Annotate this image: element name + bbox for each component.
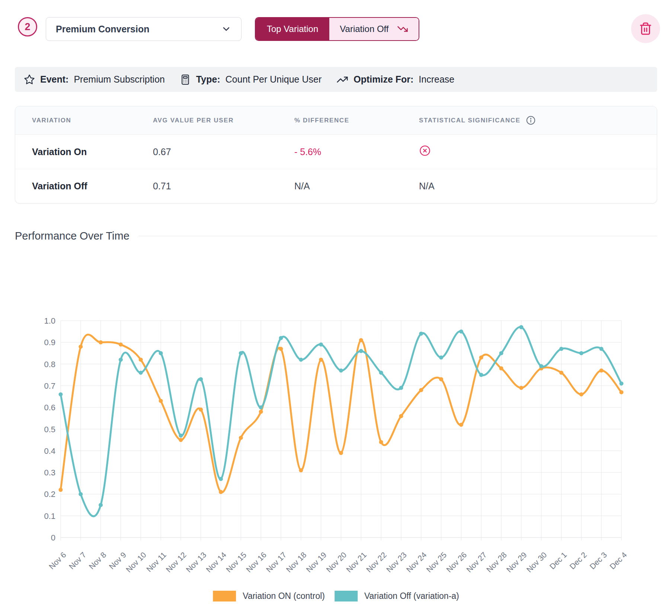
type-info: Type: Count Per Unique User: [180, 74, 321, 85]
trending-down-icon: [397, 23, 408, 35]
delete-metric-button[interactable]: [631, 14, 660, 43]
star-icon: [24, 74, 35, 85]
divider: [138, 236, 657, 236]
not-significant-icon: [419, 145, 431, 157]
optimize-value: Increase: [419, 74, 454, 85]
svg-text:1.0: 1.0: [44, 316, 55, 325]
metric-panel: 2 Premium Conversion Top Variation Varia…: [0, 0, 672, 616]
significance-cell: N/A: [419, 181, 657, 192]
svg-text:Nov 11: Nov 11: [145, 551, 168, 574]
svg-text:Nov 12: Nov 12: [164, 551, 188, 574]
svg-text:Nov 27: Nov 27: [465, 551, 488, 574]
performance-chart: 00.10.20.30.40.50.60.70.80.91.0Nov 6Nov …: [0, 275, 672, 591]
optimize-info: Optimize For: Increase: [336, 74, 454, 86]
svg-text:0.7: 0.7: [44, 381, 55, 391]
chart-legend: Variation ON (control) Variation Off (va…: [213, 591, 459, 601]
diff-value: - 5.6%: [294, 147, 419, 157]
svg-text:Nov 19: Nov 19: [304, 551, 328, 574]
event-value: Premium Subscription: [74, 74, 165, 85]
svg-text:0.9: 0.9: [44, 338, 55, 347]
svg-text:Nov 20: Nov 20: [324, 551, 348, 574]
table-row: Variation Off 0.71 N/A N/A: [15, 169, 657, 203]
col-variation: VARIATION: [32, 117, 153, 124]
svg-text:0.1: 0.1: [44, 511, 55, 521]
svg-text:Nov 14: Nov 14: [204, 550, 228, 574]
chevron-down-icon: [221, 24, 231, 34]
significance-cell: [419, 145, 657, 159]
svg-text:0.2: 0.2: [44, 490, 55, 499]
top-variation-value[interactable]: Variation Off: [329, 18, 418, 40]
legend-swatch-teal: [335, 591, 358, 601]
metric-dropdown-value: Premium Conversion: [56, 24, 149, 35]
svg-text:Nov 29: Nov 29: [505, 551, 528, 574]
event-label: Event:: [40, 74, 68, 85]
section-title: Performance Over Time: [15, 230, 129, 242]
svg-text:0.6: 0.6: [44, 403, 55, 412]
svg-text:Nov 16: Nov 16: [244, 551, 268, 574]
variation-name: Variation Off: [32, 181, 153, 192]
optimize-label: Optimize For:: [353, 74, 413, 85]
svg-text:Nov 18: Nov 18: [284, 551, 308, 574]
svg-text:Nov 7: Nov 7: [67, 551, 88, 571]
svg-text:Nov 26: Nov 26: [445, 551, 468, 574]
type-label: Type:: [196, 74, 220, 85]
svg-text:Nov 13: Nov 13: [184, 551, 208, 574]
svg-text:Nov 25: Nov 25: [425, 551, 448, 574]
trending-up-icon: [336, 74, 348, 86]
svg-text:Dec 1: Dec 1: [548, 551, 568, 571]
svg-text:Nov 21: Nov 21: [345, 551, 368, 574]
svg-text:Nov 24: Nov 24: [404, 550, 428, 574]
legend-item-variation-off[interactable]: Variation Off (variation-a): [335, 591, 459, 601]
table-header-row: VARIATION AVG VALUE PER USER % DIFFERENC…: [15, 106, 657, 135]
legend-item-variation-on[interactable]: Variation ON (control): [213, 591, 325, 601]
type-value: Count Per Unique User: [225, 74, 321, 85]
col-difference: % DIFFERENCE: [294, 117, 419, 124]
top-variation-label[interactable]: Top Variation: [256, 18, 329, 40]
results-table: VARIATION AVG VALUE PER USER % DIFFERENC…: [15, 106, 657, 203]
legend-swatch-orange: [213, 591, 236, 601]
col-avg-value: AVG VALUE PER USER: [153, 117, 294, 124]
svg-text:Dec 3: Dec 3: [588, 551, 608, 571]
calculator-icon: [180, 74, 191, 85]
performance-section-header: Performance Over Time: [15, 230, 657, 242]
diff-value: N/A: [294, 181, 419, 192]
variation-name: Variation On: [32, 147, 153, 157]
event-info: Event: Premium Subscription: [24, 74, 165, 85]
svg-text:Nov 6: Nov 6: [47, 551, 68, 571]
svg-text:Nov 22: Nov 22: [365, 551, 388, 574]
svg-text:0.4: 0.4: [44, 446, 55, 456]
trash-icon: [639, 22, 652, 35]
svg-text:0: 0: [51, 533, 55, 542]
top-variation-control: Top Variation Variation Off: [255, 17, 419, 41]
svg-text:Nov 8: Nov 8: [87, 551, 108, 571]
svg-text:Dec 4: Dec 4: [608, 550, 628, 571]
svg-text:Dec 2: Dec 2: [568, 551, 588, 571]
metric-info-bar: Event: Premium Subscription Type: Count …: [15, 67, 657, 92]
svg-text:Nov 28: Nov 28: [485, 551, 508, 574]
line-chart-canvas: 00.10.20.30.40.50.60.70.80.91.0Nov 6Nov …: [0, 275, 672, 591]
metric-dropdown[interactable]: Premium Conversion: [46, 17, 241, 41]
table-row: Variation On 0.67 - 5.6%: [15, 135, 657, 169]
info-icon[interactable]: [526, 115, 536, 125]
metric-index-badge: 2: [18, 17, 37, 36]
legend-label: Variation Off (variation-a): [364, 591, 459, 601]
svg-text:Nov 15: Nov 15: [224, 551, 248, 574]
svg-text:0.5: 0.5: [44, 425, 55, 434]
svg-text:0.3: 0.3: [44, 468, 55, 477]
avg-value: 0.67: [153, 147, 294, 157]
col-significance: STATISTICAL SIGNIFICANCE: [419, 115, 657, 125]
svg-text:Nov 17: Nov 17: [265, 551, 288, 574]
svg-text:Nov 30: Nov 30: [525, 551, 548, 574]
avg-value: 0.71: [153, 181, 294, 192]
svg-text:0.8: 0.8: [44, 360, 55, 369]
svg-text:Nov 23: Nov 23: [384, 551, 408, 574]
legend-label: Variation ON (control): [243, 591, 325, 601]
svg-text:Nov 10: Nov 10: [124, 551, 148, 574]
